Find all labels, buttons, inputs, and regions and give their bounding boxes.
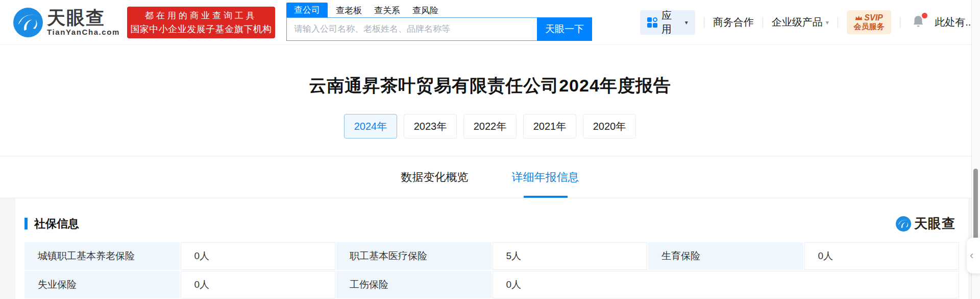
notifications-button[interactable] [912,15,924,30]
social-insurance-table: 城镇职工基本养老保险 0人 职工基本医疗保险 5人 生育保险 0人 失业保险 0… [23,241,960,299]
svip-membership-button[interactable]: SVIP 会员服务 [847,10,892,34]
year-button-2023[interactable]: 2023年 [404,114,457,139]
report-content: 社保信息 天眼查 城镇职工基本养老保险 0人 职工基本医疗保险 5人 生育保险 … [0,198,980,299]
crown-icon [855,15,863,21]
tianyancha-logo[interactable]: 天眼查 TianYanCha.com [13,8,120,37]
search-tab-company[interactable]: 查公司 [286,3,328,17]
logo-domain-text: TianYanCha.com [47,28,120,36]
apps-caret-icon: ▾ [685,19,688,26]
nav-divider [704,17,704,28]
nav-business-cooperation[interactable]: 商务合作 [713,15,754,29]
search-input[interactable] [286,17,537,41]
year-button-2020[interactable]: 2020年 [583,114,636,139]
search-tab-relation[interactable]: 查关系 [374,4,400,17]
apps-grid-icon [647,17,657,28]
cell-label-maternity: 生育保险 [648,242,803,270]
search-button[interactable]: 天眼一下 [537,17,592,41]
table-row: 城镇职工基本养老保险 0人 职工基本医疗保险 5人 生育保险 0人 [24,242,959,270]
cell-value-medical: 5人 [493,242,648,270]
side-panel-collapse-handle[interactable]: ‹ [967,238,980,273]
watermark-brand-text: 天眼查 [914,215,955,233]
search-module: 查公司 查老板 查关系 查风险 天眼一下 [286,4,592,41]
nav-enterprise-products[interactable]: 企业级产品 [772,15,823,29]
svip-sublabel: 会员服务 [854,22,885,31]
svip-label: SVIP [864,14,883,22]
tab-data-change-overview[interactable]: 数据变化概览 [401,156,469,198]
report-tabbar: 数据变化概览 详细年报信息 [0,156,980,198]
apps-menu[interactable]: 应用 ▾ [640,10,695,35]
promo-banner: 都在用的商业查询工具 国家中小企业发展子基金旗下机构 [127,7,275,38]
watermark-logo-icon [896,216,911,232]
section-title: 社保信息 [34,216,79,232]
notification-badge-dot [922,13,927,18]
tianyancha-logo-icon [13,8,43,37]
user-more-label: 此处有... [935,15,974,29]
cell-value-maternity: 0人 [804,242,960,270]
cell-value-unemployment: 0人 [181,271,336,298]
year-button-2024[interactable]: 2024年 [344,114,397,139]
search-tabs: 查公司 查老板 查关系 查风险 [286,4,592,17]
promo-banner-line1: 都在用的商业查询工具 [145,10,257,21]
social-insurance-card: 社保信息 天眼查 城镇职工基本养老保险 0人 职工基本医疗保险 5人 生育保险 … [15,198,968,299]
cell-label-unemployment: 失业保险 [24,271,180,298]
tianyancha-watermark: 天眼查 [896,215,955,233]
cell-value-pension: 0人 [181,242,336,270]
enterprise-caret-icon: ▾ [826,19,829,26]
table-row: 失业保险 0人 工伤保险 0人 [24,271,959,298]
nav-divider [838,17,838,28]
page-title: 云南通昇茶叶贸易有限责任公司2024年度报告 [0,74,980,98]
cell-value-work-injury: 0人 [493,271,960,298]
top-header: 天眼查 TianYanCha.com 都在用的商业查询工具 国家中小企业发展子基… [0,0,980,45]
year-selector: 2024年 2023年 2022年 2021年 2020年 [0,114,980,139]
cell-label-work-injury: 工伤保险 [336,271,492,298]
nav-divider [900,17,900,28]
cell-label-pension: 城镇职工基本养老保险 [24,242,180,270]
logo-brand-text: 天眼查 [47,8,120,28]
search-tab-risk[interactable]: 查风险 [412,4,438,17]
tab-detailed-annual-report[interactable]: 详细年报信息 [512,156,579,198]
header-nav: 应用 ▾ 商务合作 企业级产品 ▾ SVIP 会员服务 此处 [640,10,980,35]
promo-banner-line2: 国家中小企业发展子基金旗下机构 [130,23,272,35]
search-tab-boss[interactable]: 查老板 [336,4,362,17]
year-button-2021[interactable]: 2021年 [523,114,576,139]
section-accent-bar [24,218,28,229]
year-button-2022[interactable]: 2022年 [463,114,517,139]
cell-label-medical: 职工基本医疗保险 [336,242,492,270]
apps-label: 应用 [662,9,681,36]
nav-divider [763,17,763,28]
chevron-left-icon: ‹ [970,250,973,261]
